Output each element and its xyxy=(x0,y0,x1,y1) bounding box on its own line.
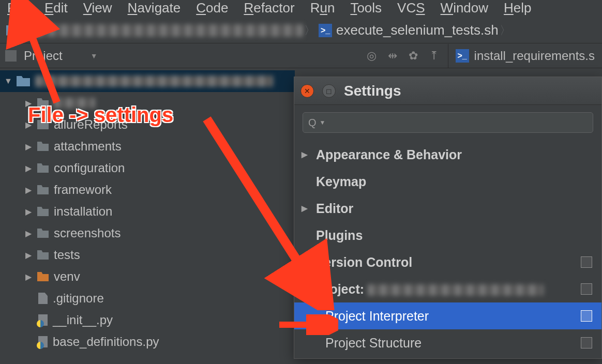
tree-item-configuration[interactable]: ▶ configuration xyxy=(0,157,295,179)
menu-code[interactable]: Code xyxy=(196,0,228,16)
settings-project[interactable]: ▼ Project: obscured_project_name xyxy=(294,276,601,302)
tree-label: venv xyxy=(54,269,80,284)
tree-label: allureReports xyxy=(54,117,128,132)
settings-editor[interactable]: ▶ Editor xyxy=(294,195,601,222)
menu-edit[interactable]: Edit xyxy=(44,0,68,16)
breadcrumb-file[interactable]: >_ execute_selenium_tests.sh 〉 xyxy=(310,22,506,38)
disclosure-open-icon[interactable]: ▼ xyxy=(302,285,310,294)
menu-file[interactable]: File xyxy=(7,0,29,16)
disclosure-closed-icon[interactable]: ▶ xyxy=(302,150,310,159)
folder-icon xyxy=(37,142,49,151)
window-minimize-button[interactable]: ◻ xyxy=(322,84,336,98)
settings-appearance[interactable]: ▶ Appearance & Behavior xyxy=(294,141,601,168)
disclosure-closed-icon[interactable]: ▶ xyxy=(25,98,32,108)
editor-tab[interactable]: >_ install_requirements.s xyxy=(448,44,602,68)
settings-project-name: obscured_project_name xyxy=(368,284,544,296)
folder-icon xyxy=(37,250,49,260)
python-file-icon xyxy=(38,336,48,347)
menu-refactor[interactable]: Refactor xyxy=(244,0,294,16)
copy-profile-icon[interactable] xyxy=(581,310,592,322)
search-input[interactable] xyxy=(328,117,588,129)
menu-run[interactable]: Run xyxy=(310,0,335,16)
tree-item-screenshots[interactable]: ▶ screenshots xyxy=(0,222,295,244)
tree-label: cache xyxy=(54,98,95,108)
tree-label: __init__.py xyxy=(53,313,113,327)
folder-icon xyxy=(37,229,49,238)
editor-tab-label: install_requirements.s xyxy=(474,49,595,63)
settings-search[interactable]: Q ▼ xyxy=(303,112,593,133)
breadcrumb-file-name: execute_selenium_tests.sh xyxy=(336,22,499,38)
copy-profile-icon[interactable] xyxy=(581,337,592,348)
disclosure-open-icon[interactable]: ▼ xyxy=(4,77,11,86)
disclosure-closed-icon[interactable]: ▶ xyxy=(25,142,32,151)
settings-tree: ▶ Appearance & Behavior Keymap ▶ Editor … xyxy=(294,139,601,358)
tree-item-cache[interactable]: ▶ cache xyxy=(0,92,295,114)
tree-label: configuration xyxy=(54,161,125,175)
tree-item-attachments[interactable]: ▶ attachments xyxy=(0,135,295,157)
disclosure-closed-icon[interactable]: ▶ xyxy=(25,207,32,217)
menu-navigate[interactable]: Navigate xyxy=(128,0,181,16)
settings-plugins[interactable]: Plugins xyxy=(294,222,601,249)
tree-item-init[interactable]: __init__.py xyxy=(0,309,295,331)
tree-item-installation[interactable]: ▶ installation xyxy=(0,201,295,222)
main-menu-bar: File Edit View Navigate Code Refactor Ru… xyxy=(0,0,602,18)
disclosure-closed-icon[interactable]: ▶ xyxy=(25,229,32,238)
menu-window[interactable]: Window xyxy=(441,0,488,16)
settings-label: Version Control xyxy=(316,255,412,270)
tree-root[interactable]: ▼ project_root_obscured xyxy=(0,70,295,92)
copy-profile-icon[interactable] xyxy=(581,256,592,268)
window-close-button[interactable]: ✕ xyxy=(300,84,314,98)
tree-label: installation xyxy=(54,204,112,219)
tree-item-gitignore[interactable]: .gitignore xyxy=(0,287,295,309)
settings-project-structure[interactable]: Project Structure xyxy=(294,329,601,356)
menu-view[interactable]: View xyxy=(83,0,112,16)
disclosure-closed-icon[interactable]: ▶ xyxy=(302,204,310,213)
disclosure-closed-icon[interactable]: ▶ xyxy=(25,120,32,130)
dialog-titlebar[interactable]: ✕ ◻ Settings xyxy=(294,77,601,105)
menu-tools[interactable]: Tools xyxy=(350,0,382,16)
tree-item-framework[interactable]: ▶ framework xyxy=(0,179,295,201)
settings-keymap[interactable]: Keymap xyxy=(294,168,601,195)
settings-label: Appearance & Behavior xyxy=(316,147,462,162)
folder-icon xyxy=(37,98,49,108)
settings-version-control[interactable]: Version Control xyxy=(294,249,601,276)
chevron-right-icon: 〉 xyxy=(503,18,508,43)
settings-dialog: ✕ ◻ Settings Q ▼ ▶ Appearance & Behavior… xyxy=(294,77,602,359)
disclosure-closed-icon[interactable]: ▶ xyxy=(25,250,32,260)
tree-item-allure[interactable]: ▶ allureReports xyxy=(0,114,295,135)
tree-item-tests[interactable]: ▶ tests xyxy=(0,244,295,266)
breadcrumb-project[interactable]: project_name_obscured 〉 xyxy=(6,24,310,37)
gear-icon[interactable]: ✿ xyxy=(409,49,418,63)
collapse-icon[interactable]: ⤒ xyxy=(429,49,439,63)
chevron-down-icon[interactable]: ▼ xyxy=(91,52,98,60)
settings-label: Keymap xyxy=(316,174,366,189)
disclosure-closed-icon[interactable]: ▶ xyxy=(25,185,32,195)
dialog-title: Settings xyxy=(344,83,401,99)
settings-label: Editor xyxy=(316,201,353,216)
target-icon[interactable]: ◎ xyxy=(367,49,377,63)
tree-label: screenshots xyxy=(54,226,121,240)
folder-icon xyxy=(17,76,30,86)
disclosure-closed-icon[interactable]: ▶ xyxy=(25,163,32,173)
project-tool-label[interactable]: Project xyxy=(24,49,63,63)
settings-label: Project Interpreter xyxy=(325,309,429,324)
python-file-icon xyxy=(38,314,48,326)
disclosure-closed-icon[interactable]: ▶ xyxy=(25,272,32,282)
tree-item-basedefs[interactable]: base_definitions.py xyxy=(0,331,295,353)
folder-icon xyxy=(37,185,49,194)
settings-project-interpreter[interactable]: Project Interpreter xyxy=(294,302,601,329)
settings-label-prefix: Project: xyxy=(316,282,368,296)
search-icon: Q xyxy=(308,117,317,129)
folder-icon xyxy=(37,163,49,173)
project-tree: ▼ project_root_obscured ▶ cache ▶ allure… xyxy=(0,68,295,353)
menu-help[interactable]: Help xyxy=(504,0,531,16)
menu-vcs[interactable]: VCS xyxy=(397,0,425,16)
tree-label: base_definitions.py xyxy=(53,335,159,349)
tree-label: framework xyxy=(54,183,112,197)
tree-item-venv[interactable]: ▶ venv xyxy=(0,266,295,287)
chevron-down-icon[interactable]: ▼ xyxy=(320,119,326,126)
copy-profile-icon[interactable] xyxy=(581,283,592,295)
folder-icon xyxy=(37,207,49,216)
divide-icon[interactable]: ⇹ xyxy=(388,49,397,63)
tree-label: .gitignore xyxy=(53,291,104,306)
